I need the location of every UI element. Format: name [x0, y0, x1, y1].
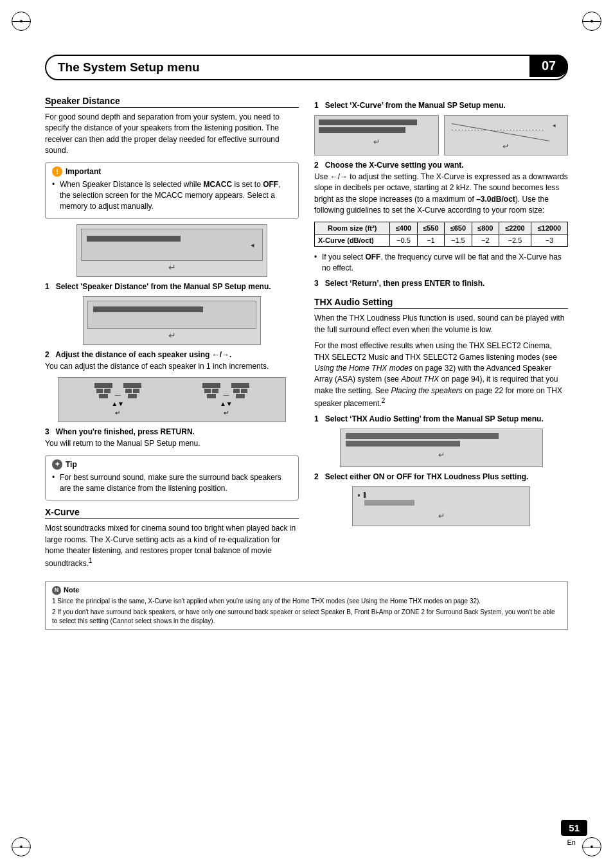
tip-box: ✦ Tip For best surround sound, make sure… — [45, 455, 299, 501]
corner-mark-bl — [12, 837, 31, 856]
speaker-distance-body: For good sound depth and separation from… — [45, 112, 299, 157]
important-bullet: When Speaker Distance is selected while … — [52, 179, 292, 213]
screen-arrow-1: ↵ — [168, 262, 176, 272]
step2-speaker-distance: 2 Adjust the distance of each speaker us… — [45, 350, 299, 359]
page: The System Setup menu 07 Speaker Distanc… — [0, 0, 613, 868]
footnote-1: 1 Since the principal is the same, X-Cur… — [52, 597, 561, 606]
table-row-label: X-Curve (dB/oct) — [315, 234, 390, 246]
table-val-3: −1.5 — [445, 234, 472, 246]
step2-speaker-body: You can adjust the distance of each spea… — [45, 361, 299, 372]
thx-step2: 2 Select either ON or OFF for THX Loudne… — [314, 472, 568, 481]
table-val-4: −2 — [472, 234, 499, 246]
xcurve-screens: ↵ ◂ ↵ — [314, 115, 568, 155]
xcurve-screen-right: ◂ ↵ — [444, 115, 569, 155]
chapter-badge: 07 — [529, 55, 568, 77]
xcurve-step2-body: Use ←/→ to adjust the setting. The X-Cur… — [314, 172, 568, 217]
screen-mockup-2: ↵ — [83, 296, 261, 345]
xcurve-off-note: If you select OFF, the frequency curve w… — [314, 252, 568, 274]
table-header-12000: ≤12000 — [531, 222, 567, 234]
onoff-screen: ↵ — [352, 486, 530, 526]
footnote-2: 2 If you don't have surround back speake… — [52, 608, 561, 626]
header-title: The System Setup menu — [58, 60, 200, 75]
corner-mark-tr — [582, 12, 601, 31]
xcurve-section: X-Curve Most soundtracks mixed for cinem… — [45, 507, 299, 570]
tip-box-title: ✦ Tip — [52, 459, 292, 470]
important-box-title: ! Important — [52, 166, 292, 177]
table-val-2: −1 — [417, 234, 444, 246]
note-box: N Note 1 Since the principal is the same… — [45, 581, 568, 630]
thx-audio-title: THX Audio Setting — [314, 297, 568, 309]
page-lang: En — [567, 838, 576, 846]
xcurve-steps-section: 1 Select ‘X-Curve’ from the Manual SP Se… — [314, 101, 568, 288]
table-header-550: ≤550 — [417, 222, 444, 234]
speaker-distance-title: Speaker Distance — [45, 96, 299, 108]
corner-mark-br — [582, 837, 601, 856]
xcurve-title: X-Curve — [45, 507, 299, 519]
speaker-distance-section: Speaker Distance For good sound depth an… — [45, 96, 299, 500]
tip-icon: ✦ — [52, 459, 62, 470]
header-bar: The System Setup menu 07 — [45, 55, 568, 80]
xcurve-step3: 3 Select ‘Return’, then press ENTER to f… — [314, 279, 568, 288]
xcurve-body: Most soundtracks mixed for cinema sound … — [45, 523, 299, 570]
table-header-2200: ≤2200 — [499, 222, 531, 234]
xcurve-step1: 1 Select ‘X-Curve’ from the Manual SP Se… — [314, 101, 568, 110]
warning-icon: ! — [52, 166, 62, 177]
right-column: 1 Select ‘X-Curve’ from the Manual SP Se… — [314, 96, 568, 575]
table-val-6: −3 — [531, 234, 567, 246]
thx-audio-section: THX Audio Setting When the THX Loudness … — [314, 297, 568, 526]
tip-bullet: For best surround sound, make sure the s… — [52, 472, 292, 495]
thx-audio-body2: For the most effective results when usin… — [314, 341, 568, 409]
xcurve-screen-left: ↵ — [314, 115, 439, 155]
page-number: 51 — [561, 820, 587, 836]
table-header-label: Room size (ft²) — [315, 222, 390, 234]
thx-step1: 1 Select ‘THX Audio Setting’ from the Ma… — [314, 414, 568, 423]
screen-arrow-2: ↵ — [168, 330, 176, 341]
xcurve-table: Room size (ft²) ≤400 ≤550 ≤650 ≤800 ≤220… — [314, 222, 568, 247]
step3-speaker-distance: 3 When you're finished, press RETURN. — [45, 427, 299, 436]
table-header-400: ≤400 — [390, 222, 417, 234]
thx-audio-body1: When the THX Loudness Plus function is u… — [314, 313, 568, 335]
xcurve-step2: 2 Choose the X-Curve setting you want. — [314, 161, 568, 170]
speaker-screen: — ▲▼ ↵ — [58, 377, 287, 422]
table-val-5: −2.5 — [499, 234, 531, 246]
corner-mark-tl — [12, 12, 31, 31]
table-header-650: ≤650 — [445, 222, 472, 234]
step3-speaker-body: You will return to the Manual SP Setup m… — [45, 438, 299, 449]
thx-screen-1: ↵ — [340, 429, 543, 467]
note-icon: N — [52, 586, 61, 595]
table-val-1: −0.5 — [390, 234, 417, 246]
table-header-800: ≤800 — [472, 222, 499, 234]
important-box: ! Important When Speaker Distance is sel… — [45, 162, 299, 219]
screen-mockup-1: ◂ ↵ — [76, 224, 267, 277]
content-area: Speaker Distance For good sound depth an… — [45, 96, 568, 575]
step1-speaker-distance: 1 Select 'Speaker Distance' from the Man… — [45, 282, 299, 291]
left-column: Speaker Distance For good sound depth an… — [45, 96, 299, 575]
note-title: N Note — [52, 585, 561, 595]
